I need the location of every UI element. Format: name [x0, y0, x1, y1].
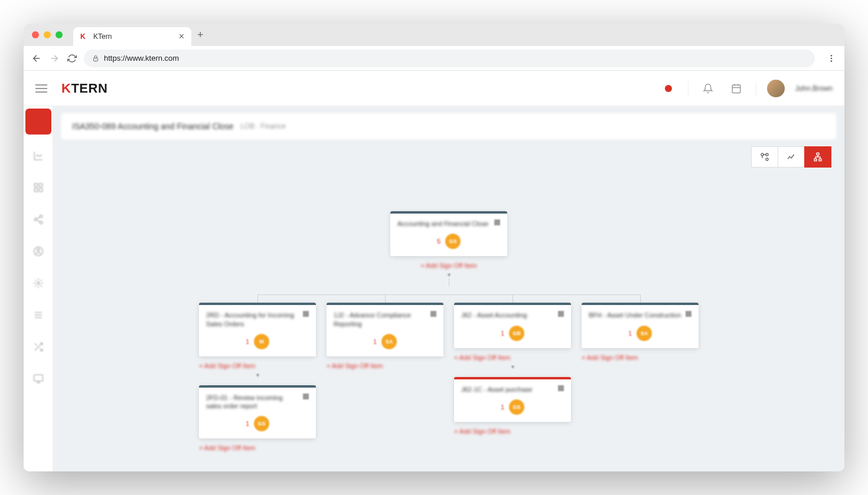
close-window-button[interactable]	[32, 31, 39, 38]
app-logo[interactable]: KTERN	[61, 81, 107, 96]
sidebar-item-analytics[interactable]	[28, 145, 49, 166]
expand-icon[interactable]: ▾	[511, 363, 514, 370]
svg-point-2	[831, 57, 833, 59]
tree-node[interactable]: 2RD - Accounting for Incoming Sales Orde…	[199, 303, 316, 356]
chart-view-button[interactable]	[778, 146, 805, 168]
url-text: https://www.ktern.com	[104, 54, 179, 63]
add-signoff-link[interactable]: + Add Sign Off Item	[199, 444, 256, 451]
svg-point-17	[761, 153, 763, 156]
node-title: 2RD - Accounting for Incoming Sales Orde…	[206, 311, 299, 328]
calendar-icon[interactable]	[727, 80, 745, 97]
node-menu-icon[interactable]	[686, 311, 691, 317]
sidebar-item-grid[interactable]	[28, 177, 49, 198]
svg-rect-5	[732, 85, 740, 93]
node-title: J62-1C - Asset purchase	[461, 385, 554, 394]
svg-point-15	[37, 282, 40, 285]
svg-rect-8	[34, 189, 37, 192]
svg-rect-22	[819, 159, 821, 160]
node-count: 5	[437, 238, 440, 245]
tab-title: KTern	[93, 32, 174, 41]
forward-button[interactable]	[48, 53, 60, 64]
add-signoff-link[interactable]: + Add Sign Off Item	[454, 354, 511, 361]
window-controls	[32, 31, 63, 38]
svg-point-12	[40, 221, 43, 224]
svg-rect-9	[39, 189, 42, 192]
node-menu-icon[interactable]	[303, 394, 309, 399]
tree-node[interactable]: 1J2 - Advance Compliance Reporting 1SA	[327, 303, 443, 356]
node-menu-icon[interactable]	[558, 385, 564, 391]
app-container: KTERN John.Brown	[24, 71, 844, 471]
node-menu-icon[interactable]	[558, 311, 564, 317]
breadcrumb-bar: ISA350-089 Accounting and Financial Clos…	[61, 113, 836, 139]
back-button[interactable]	[31, 53, 43, 64]
user-avatar[interactable]	[767, 80, 785, 97]
expand-icon[interactable]: ▾	[256, 372, 259, 378]
svg-rect-0	[94, 58, 98, 61]
graph-view-button[interactable]	[751, 146, 778, 168]
header-actions: John.Brown	[660, 80, 833, 97]
node-title: BFH - Asset Under Construction	[589, 311, 682, 319]
add-signoff-link[interactable]: + Add Sign Off Item	[454, 428, 511, 435]
svg-rect-21	[814, 159, 817, 160]
node-menu-icon[interactable]	[303, 311, 309, 317]
sidebar-item-shuffle[interactable]	[28, 336, 49, 358]
node-title: Accounting and Financial Close	[397, 219, 491, 228]
alert-icon[interactable]	[660, 80, 677, 97]
node-menu-icon[interactable]	[430, 311, 436, 317]
tree-node-root[interactable]: Accounting and Financial Close 5 GS	[390, 211, 507, 256]
favicon-icon: K	[80, 32, 89, 41]
minimize-window-button[interactable]	[44, 31, 51, 38]
tree-node[interactable]: BFH - Asset Under Construction 1SA	[582, 303, 699, 348]
svg-rect-6	[34, 183, 37, 186]
tree-level-1: 2RD - Accounting for Incoming Sales Orde…	[199, 303, 699, 451]
maximize-window-button[interactable]	[56, 31, 63, 38]
tree-node[interactable]: J62 - Asset Accounting 1GB	[454, 303, 571, 348]
separator	[756, 81, 756, 96]
page-meta: LOB · Finance	[240, 122, 286, 130]
svg-point-18	[766, 158, 768, 160]
browser-tab[interactable]: K KTern ×	[73, 27, 191, 46]
node-menu-icon[interactable]	[494, 219, 500, 225]
sidebar-item-share[interactable]	[28, 209, 49, 230]
svg-point-3	[831, 60, 833, 62]
browser-toolbar: https://www.ktern.com	[24, 46, 844, 71]
address-bar[interactable]: https://www.ktern.com	[84, 50, 815, 67]
add-signoff-link[interactable]: + Add Sign Off Item	[582, 354, 638, 361]
view-toolbar	[752, 146, 831, 168]
browser-tab-bar: K KTern × +	[24, 24, 844, 46]
close-tab-button[interactable]: ×	[179, 31, 184, 42]
browser-window: K KTern × + https://www.ktern.com KTERN	[24, 24, 844, 471]
sidebar-item-list[interactable]	[28, 304, 49, 326]
add-signoff-link[interactable]: + Add Sign Off Item	[420, 262, 477, 269]
sidebar-item-home[interactable]	[25, 109, 51, 135]
svg-rect-20	[817, 153, 819, 155]
node-title: 2FD-01 - Review incoming sales order rep…	[206, 394, 299, 411]
sidebar-item-monitor[interactable]	[28, 368, 49, 389]
sidebar-item-user[interactable]	[28, 241, 49, 262]
reload-button[interactable]	[66, 53, 78, 64]
app-header: KTERN John.Brown	[24, 71, 844, 106]
tree-view-button[interactable]	[804, 146, 831, 168]
notification-icon[interactable]	[699, 80, 717, 97]
main-content: ISA350-089 Accounting and Financial Clos…	[53, 106, 844, 471]
svg-rect-16	[34, 375, 43, 381]
sidebar-item-settings[interactable]	[28, 273, 49, 294]
node-title: J62 - Asset Accounting	[461, 311, 554, 319]
new-tab-button[interactable]: +	[197, 29, 204, 41]
node-badge: GS	[445, 234, 461, 249]
tree-node[interactable]: 2FD-01 - Review incoming sales order rep…	[199, 385, 316, 439]
svg-point-10	[40, 215, 43, 218]
tree-container: Accounting and Financial Close 5 GS + Ad…	[53, 146, 844, 471]
menu-toggle-button[interactable]	[35, 84, 47, 93]
svg-point-14	[37, 249, 40, 252]
svg-rect-7	[39, 183, 42, 186]
add-signoff-link[interactable]: + Add Sign Off Item	[199, 362, 256, 369]
add-signoff-link[interactable]: + Add Sign Off Item	[327, 362, 383, 369]
separator	[688, 81, 688, 96]
expand-icon[interactable]: ▾	[448, 271, 451, 278]
tree-node[interactable]: J62-1C - Asset purchase 1GS	[454, 377, 571, 422]
browser-menu-button[interactable]	[825, 53, 837, 64]
svg-point-19	[766, 153, 768, 156]
lock-icon	[92, 55, 99, 62]
node-title: 1J2 - Advance Compliance Reporting	[334, 311, 427, 328]
